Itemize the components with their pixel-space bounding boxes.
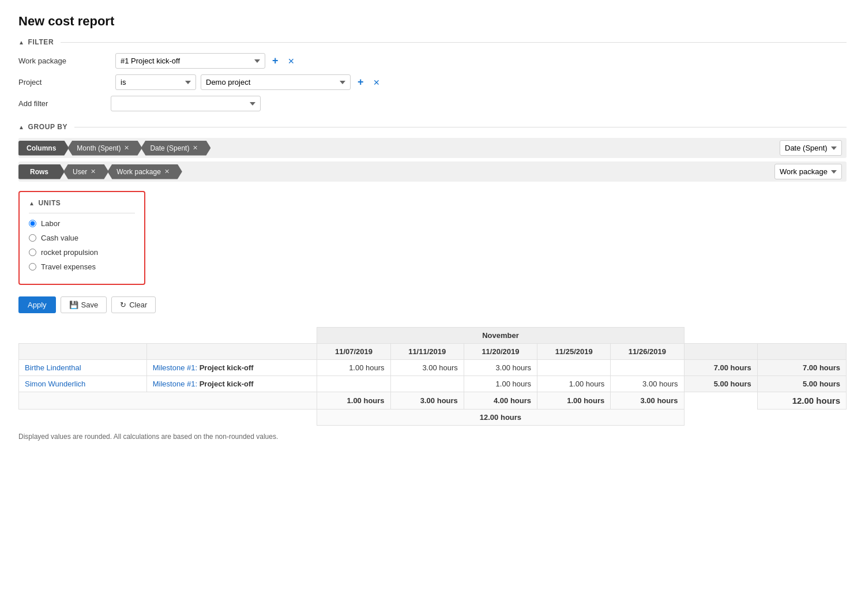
units-labor-option[interactable]: Labor [29,219,135,228]
rows-tag-user-label: User [73,168,87,176]
filter-section: ▲ FILTER Work package #1 Project kick-of… [18,38,847,111]
groupby-section: ▲ GROUP BY Columns Month (Spent) ✕ Date … [18,123,847,182]
work-package-add-button[interactable]: + [270,54,281,68]
units-chevron-icon: ▲ [29,200,35,206]
action-buttons: Apply 💾 Save ↻ Clear [18,296,847,313]
add-filter-label: Add filter [18,99,111,108]
row1-d4 [537,360,611,376]
col-total-d3: 4.00 hours [464,392,537,410]
grand-total: 12.00 hours [757,392,846,410]
col-totals-empty [19,392,317,410]
row1-d1: 1.00 hours [317,360,390,376]
project-operator-select[interactable]: is [115,74,196,90]
row1-subtotal: 7.00 hours [684,360,757,376]
units-cashvalue-radio[interactable] [29,234,36,242]
columns-tag-month-close[interactable]: ✕ [124,144,129,152]
table-row: Birthe Lindenthal Milestone #1: Project … [19,360,847,376]
project-add-button[interactable]: + [355,75,366,89]
col-total-d5: 3.00 hours [611,392,684,410]
row1-wp[interactable]: Milestone #1: Project kick-off [146,360,317,376]
columns-tag-date[interactable]: Date (Spent) ✕ [141,141,210,156]
table-header-empty [19,328,317,344]
units-cashvalue-label: Cash value [41,234,78,242]
col-total-header [757,344,846,360]
row1-user[interactable]: Birthe Lindenthal [19,360,147,376]
units-rocket-label: rocket propulsion [41,248,98,257]
col-date2-header: 11/11/2019 [390,344,464,360]
row2-total: 5.00 hours [757,376,846,392]
col-total-d1: 1.00 hours [317,392,390,410]
page-title: New cost report [18,14,847,29]
row2-milestone: Milestone #1: [153,380,200,388]
filter-chevron-icon: ▲ [18,39,25,46]
rows-tag-user-close[interactable]: ✕ [91,168,96,175]
row1-total: 7.00 hours [757,360,846,376]
units-section: ▲ UNITS Labor Cash value rocket propulsi… [18,191,145,285]
columns-label: Columns [18,141,69,156]
units-labor-label: Labor [41,219,60,228]
rows-tag-wp[interactable]: Work package ✕ [107,164,182,179]
units-labor-radio[interactable] [29,220,36,227]
save-icon: 💾 [69,301,78,309]
col-user-header [19,344,147,360]
units-rocket-option[interactable]: rocket propulsion [29,248,135,257]
columns-add-select[interactable]: Date (Spent) [780,140,842,156]
project-filter-row: Project is Demo project + ✕ [18,74,847,90]
rows-add-select[interactable]: Work package [774,164,842,179]
add-filter-select[interactable] [111,96,261,111]
row1-d5 [611,360,684,376]
clear-button[interactable]: ↻ Clear [111,296,156,313]
grand-total-center: 12.00 hours [317,410,684,426]
project-value-select[interactable]: Demo project [201,74,351,90]
rows-tag-wp-close[interactable]: ✕ [164,168,170,175]
filter-section-header: ▲ FILTER [18,38,847,46]
report-table: November 11/07/2019 11/11/2019 11/20/201… [18,327,847,426]
col-total-d2: 3.00 hours [390,392,464,410]
row2-d4: 1.00 hours [537,376,611,392]
row2-wpname: Project kick-off [200,380,254,388]
table-row: Simon Wunderlich Milestone #1: Project k… [19,376,847,392]
apply-button[interactable]: Apply [18,296,56,313]
row2-d3: 1.00 hours [464,376,537,392]
clear-icon: ↻ [120,301,126,309]
grand-total-row: 12.00 hours [19,410,847,426]
project-remove-button[interactable]: ✕ [371,77,382,88]
work-package-remove-button[interactable]: ✕ [285,55,297,67]
row2-d2 [390,376,464,392]
work-package-label: Work package [18,57,111,65]
units-travel-option[interactable]: Travel expenses [29,262,135,271]
row2-d5: 3.00 hours [611,376,684,392]
project-label: Project [18,78,111,87]
units-cashvalue-option[interactable]: Cash value [29,234,135,242]
columns-tag-date-close[interactable]: ✕ [193,144,198,152]
row2-wp[interactable]: Milestone #1: Project kick-off [146,376,317,392]
save-button[interactable]: 💾 Save [61,296,107,313]
col-total-d4: 1.00 hours [537,392,611,410]
rows-groupby-row: Rows User ✕ Work package ✕ Work package [18,161,847,182]
col-date4-header: 11/25/2019 [537,344,611,360]
row2-subtotal: 5.00 hours [684,376,757,392]
units-travel-radio[interactable] [29,263,36,271]
col-date3-header: 11/20/2019 [464,344,537,360]
add-filter-row: Add filter [18,96,847,111]
columns-tag-date-label: Date (Spent) [150,144,189,152]
row2-user[interactable]: Simon Wunderlich [19,376,147,392]
columns-tag-month-label: Month (Spent) [77,144,121,152]
units-divider [29,213,135,213]
units-travel-label: Travel expenses [41,262,96,271]
columns-groupby-row: Columns Month (Spent) ✕ Date (Spent) ✕ D… [18,138,847,158]
col-date5-header: 11/26/2019 [611,344,684,360]
row2-d1 [317,376,390,392]
work-package-filter-row: Work package #1 Project kick-off + ✕ [18,53,847,69]
units-rocket-radio[interactable] [29,249,36,256]
rows-tag-user[interactable]: User ✕ [63,164,108,179]
work-package-select[interactable]: #1 Project kick-off [115,53,265,69]
rows-tag-wp-label: Work package [116,168,160,176]
units-title: ▲ UNITS [29,199,135,207]
clear-label: Clear [129,301,147,309]
column-totals-row: 1.00 hours 3.00 hours 4.00 hours 1.00 ho… [19,392,847,410]
columns-tag-month[interactable]: Month (Spent) ✕ [67,141,142,156]
rows-label: Rows [18,164,65,179]
row1-d3: 3.00 hours [464,360,537,376]
col-total-empty [684,392,757,410]
